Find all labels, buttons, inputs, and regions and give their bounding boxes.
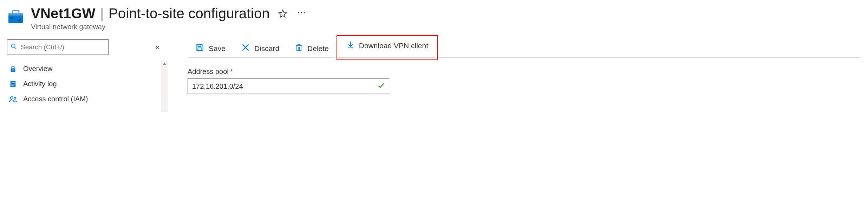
svg-rect-2 — [13, 11, 19, 14]
resource-icon — [7, 8, 25, 25]
save-icon — [195, 43, 204, 54]
download-icon — [346, 40, 355, 51]
svg-line-7 — [14, 47, 16, 49]
search-input[interactable] — [7, 39, 109, 55]
download-vpn-client-button[interactable]: Download VPN client — [339, 37, 436, 55]
svg-rect-13 — [11, 85, 13, 85]
svg-rect-3 — [10, 17, 13, 19]
svg-rect-16 — [198, 44, 201, 46]
page-header: VNet1GW | Point-to-site configuration ⋯ … — [7, 6, 861, 31]
delete-button[interactable]: Delete — [287, 39, 337, 57]
trash-icon — [295, 43, 303, 54]
main-content: Save Discard — [162, 39, 861, 94]
svg-point-15 — [14, 97, 16, 99]
lock-icon — [8, 65, 18, 73]
sidebar: « Overview — [7, 39, 162, 107]
sidebar-item-access-control[interactable]: Access control (IAM) — [7, 91, 162, 107]
toolbar: Save Discard — [188, 39, 861, 58]
page-title: VNet1GW | Point-to-site configuration — [31, 6, 270, 21]
address-pool-label: Address pool* — [188, 68, 861, 76]
sidebar-item-label: Activity log — [23, 80, 57, 88]
chevron-double-left-icon: « — [155, 43, 159, 51]
svg-point-4 — [18, 19, 21, 22]
resource-type-label: Virtual network gateway — [31, 23, 308, 31]
highlight-annotation: Download VPN client — [337, 35, 438, 60]
address-pool-input[interactable] — [188, 78, 389, 94]
svg-rect-12 — [11, 84, 14, 84]
svg-marker-5 — [279, 10, 287, 17]
sidebar-scrollbar[interactable] — [161, 61, 168, 112]
save-button[interactable]: Save — [188, 39, 233, 57]
sidebar-item-label: Overview — [23, 65, 52, 73]
scroll-up-icon — [163, 63, 166, 65]
sidebar-item-label: Access control (IAM) — [23, 95, 88, 103]
discard-button[interactable]: Discard — [233, 39, 287, 57]
svg-rect-17 — [198, 48, 202, 51]
log-icon — [8, 80, 18, 88]
favorite-button[interactable] — [277, 8, 289, 20]
sidebar-item-activity-log[interactable]: Activity log — [7, 76, 162, 91]
svg-point-14 — [11, 96, 13, 99]
address-pool-field: Address pool* — [188, 68, 861, 94]
svg-rect-11 — [11, 82, 14, 83]
checkmark-icon — [377, 82, 385, 91]
more-button[interactable]: ⋯ — [296, 7, 308, 20]
close-icon — [241, 43, 250, 54]
search-icon — [11, 43, 17, 51]
svg-point-6 — [11, 44, 15, 48]
collapse-sidebar-button[interactable]: « — [153, 41, 162, 53]
svg-point-9 — [12, 69, 13, 70]
sidebar-item-overview[interactable]: Overview — [7, 61, 162, 76]
star-icon — [278, 9, 287, 18]
people-icon — [8, 95, 18, 103]
